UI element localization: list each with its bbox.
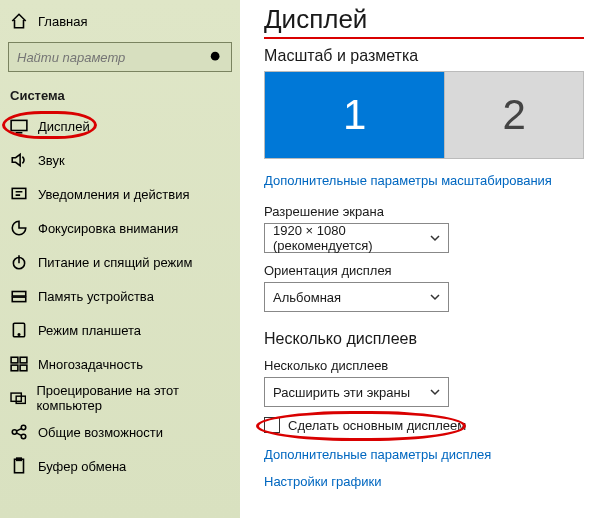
- sidebar-item-shared[interactable]: Общие возможности: [0, 415, 240, 449]
- scale-heading: Масштаб и разметка: [264, 47, 584, 65]
- focus-icon: [10, 219, 28, 237]
- orientation-value: Альбомная: [273, 290, 341, 305]
- sidebar-item-clipboard[interactable]: Буфер обмена: [0, 449, 240, 483]
- sidebar-item-tablet[interactable]: Режим планшета: [0, 313, 240, 347]
- svg-rect-4: [12, 292, 26, 297]
- chevron-down-icon: [430, 231, 440, 246]
- multi-display-select[interactable]: Расширить эти экраны: [264, 377, 449, 407]
- make-primary-label: Сделать основным дисплеем: [288, 418, 466, 433]
- svg-rect-1: [11, 120, 27, 130]
- display-arrangement[interactable]: 1 2: [264, 71, 584, 159]
- link-advanced-scaling[interactable]: Дополнительные параметры масштабирования: [264, 173, 552, 188]
- multi-label: Несколько дисплеев: [264, 358, 584, 373]
- chevron-down-icon: [430, 385, 440, 400]
- link-advanced-display[interactable]: Дополнительные параметры дисплея: [264, 447, 491, 462]
- sidebar-item-storage[interactable]: Память устройства: [0, 279, 240, 313]
- display-box-2[interactable]: 2: [445, 72, 583, 158]
- svg-point-0: [211, 52, 220, 61]
- checkbox-box-icon: [264, 417, 280, 433]
- page-title: Дисплей: [264, 4, 584, 35]
- display-box-1[interactable]: 1: [265, 72, 445, 158]
- display-icon: [10, 117, 28, 135]
- resolution-value: 1920 × 1080 (рекомендуется): [273, 223, 430, 253]
- sidebar-item-label: Дисплей: [38, 119, 90, 134]
- link-graphics-settings[interactable]: Настройки графики: [264, 474, 381, 489]
- search-box[interactable]: [8, 42, 232, 72]
- shared-icon: [10, 423, 28, 441]
- sound-icon: [10, 151, 28, 169]
- multitask-icon: [10, 355, 28, 373]
- sidebar-item-focus[interactable]: Фокусировка внимания: [0, 211, 240, 245]
- sidebar-item-label: Многозадачность: [38, 357, 143, 372]
- svg-rect-5: [12, 297, 26, 302]
- resolution-label: Разрешение экрана: [264, 204, 584, 219]
- storage-icon: [10, 287, 28, 305]
- sidebar-item-label: Режим планшета: [38, 323, 141, 338]
- sidebar-item-label: Фокусировка внимания: [38, 221, 178, 236]
- sidebar-home[interactable]: Главная: [0, 4, 240, 38]
- home-icon: [10, 12, 28, 30]
- svg-point-15: [21, 425, 26, 430]
- svg-rect-8: [11, 357, 18, 363]
- svg-point-14: [12, 430, 17, 435]
- orientation-select[interactable]: Альбомная: [264, 282, 449, 312]
- sidebar-item-project[interactable]: Проецирование на этот компьютер: [0, 381, 240, 415]
- display-number: 1: [343, 91, 366, 139]
- sidebar-item-label: Память устройства: [38, 289, 154, 304]
- sidebar-section: Система: [0, 82, 240, 109]
- display-number: 2: [502, 91, 525, 139]
- sidebar-item-label: Буфер обмена: [38, 459, 126, 474]
- sidebar-item-power[interactable]: Питание и спящий режим: [0, 245, 240, 279]
- sidebar-item-multitask[interactable]: Многозадачность: [0, 347, 240, 381]
- project-icon: [10, 389, 26, 407]
- notify-icon: [10, 185, 28, 203]
- make-primary-checkbox[interactable]: Сделать основным дисплеем: [264, 417, 584, 433]
- chevron-down-icon: [430, 290, 440, 305]
- sidebar: Главная Система Дисплей Звук Уведомления…: [0, 0, 240, 518]
- sidebar-home-label: Главная: [38, 14, 87, 29]
- sidebar-item-label: Проецирование на этот компьютер: [36, 383, 230, 413]
- svg-point-7: [18, 334, 20, 336]
- search-input[interactable]: [17, 50, 209, 65]
- orientation-label: Ориентация дисплея: [264, 263, 584, 278]
- search-icon: [209, 50, 223, 64]
- tablet-icon: [10, 321, 28, 339]
- main-pane: Дисплей Масштаб и разметка 1 2 Дополните…: [240, 0, 600, 518]
- svg-rect-17: [15, 459, 24, 473]
- multi-heading: Несколько дисплеев: [264, 330, 584, 348]
- multi-display-value: Расширить эти экраны: [273, 385, 410, 400]
- svg-rect-9: [20, 357, 27, 363]
- sidebar-item-label: Общие возможности: [38, 425, 163, 440]
- svg-rect-11: [20, 365, 27, 371]
- clipboard-icon: [10, 457, 28, 475]
- power-icon: [10, 253, 28, 271]
- sidebar-item-label: Звук: [38, 153, 65, 168]
- sidebar-item-label: Уведомления и действия: [38, 187, 190, 202]
- svg-rect-10: [11, 365, 18, 371]
- sidebar-item-notifications[interactable]: Уведомления и действия: [0, 177, 240, 211]
- resolution-select[interactable]: 1920 × 1080 (рекомендуется): [264, 223, 449, 253]
- highlight-underline-icon: [264, 37, 584, 39]
- svg-rect-2: [12, 188, 26, 198]
- sidebar-item-sound[interactable]: Звук: [0, 143, 240, 177]
- sidebar-item-label: Питание и спящий режим: [38, 255, 192, 270]
- sidebar-item-display[interactable]: Дисплей: [0, 109, 240, 143]
- svg-point-16: [21, 434, 26, 439]
